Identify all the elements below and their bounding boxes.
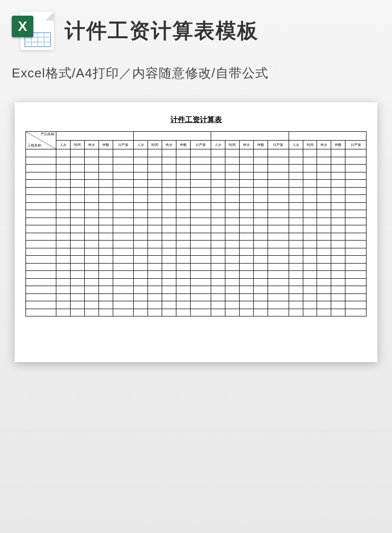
data-cell (331, 149, 345, 157)
table-row (26, 241, 367, 248)
table-row (26, 301, 367, 309)
data-cell (162, 248, 176, 256)
data-cell (331, 293, 345, 301)
data-cell (240, 286, 254, 294)
data-cell (113, 195, 133, 203)
data-cell (289, 309, 303, 316)
data-cell (98, 271, 113, 279)
table-row (26, 157, 367, 165)
process-name-cell (26, 187, 56, 195)
data-cell (345, 241, 367, 248)
data-cell (98, 263, 113, 271)
data-cell (211, 248, 225, 256)
data-cell (254, 210, 268, 218)
column-header: 日产量 (190, 141, 211, 149)
data-cell (268, 195, 289, 203)
table-row (26, 248, 367, 256)
data-cell (70, 241, 84, 248)
data-cell (176, 195, 191, 203)
data-cell (345, 301, 367, 309)
product-group-header (211, 132, 289, 141)
data-cell (268, 225, 289, 233)
data-cell (289, 149, 303, 157)
data-cell (84, 210, 98, 218)
data-cell (176, 180, 191, 188)
data-cell (56, 218, 71, 225)
table-row (26, 180, 367, 188)
data-cell (289, 187, 303, 195)
data-cell (190, 286, 211, 294)
data-cell (225, 172, 240, 180)
data-cell (317, 256, 331, 264)
data-cell (345, 271, 367, 279)
data-cell (331, 165, 345, 172)
data-cell (345, 180, 367, 188)
table-row (26, 309, 367, 316)
data-cell (345, 210, 367, 218)
data-cell (225, 301, 240, 309)
data-cell (190, 218, 211, 225)
data-cell (162, 202, 176, 210)
data-cell (225, 195, 240, 203)
data-cell (84, 157, 98, 165)
data-cell (70, 218, 84, 225)
data-cell (331, 202, 345, 210)
data-cell (317, 165, 331, 172)
data-cell (148, 241, 162, 248)
data-cell (240, 157, 254, 165)
data-cell (84, 149, 98, 157)
data-cell (190, 293, 211, 301)
data-cell (268, 165, 289, 172)
data-cell (162, 180, 176, 188)
data-cell (134, 210, 148, 218)
data-cell (240, 195, 254, 203)
data-cell (113, 157, 133, 165)
excel-x-badge: X (12, 16, 33, 37)
data-cell (317, 149, 331, 157)
data-cell (190, 301, 211, 309)
data-cell (254, 157, 268, 165)
data-cell (70, 195, 84, 203)
data-cell (225, 180, 240, 188)
data-cell (254, 225, 268, 233)
data-cell (134, 263, 148, 271)
data-cell (254, 187, 268, 195)
process-name-cell (26, 225, 56, 233)
data-cell (190, 180, 211, 188)
data-cell (84, 225, 98, 233)
data-cell (289, 210, 303, 218)
data-cell (303, 202, 317, 210)
column-header: 件数 (98, 141, 113, 149)
data-cell (211, 256, 225, 264)
data-cell (254, 195, 268, 203)
data-cell (211, 218, 225, 225)
data-cell (254, 233, 268, 241)
data-cell (113, 202, 133, 210)
data-cell (317, 157, 331, 165)
data-cell (345, 278, 367, 286)
data-cell (331, 233, 345, 241)
process-name-cell (26, 210, 56, 218)
data-cell (84, 301, 98, 309)
process-name-cell (26, 241, 56, 248)
data-cell (211, 271, 225, 279)
data-cell (56, 286, 71, 294)
data-cell (176, 172, 191, 180)
data-cell (84, 233, 98, 241)
data-cell (190, 263, 211, 271)
data-cell (254, 241, 268, 248)
data-cell (56, 149, 71, 157)
data-cell (240, 293, 254, 301)
data-cell (289, 256, 303, 264)
table-row (26, 195, 367, 203)
data-cell (317, 293, 331, 301)
process-name-cell (26, 218, 56, 225)
data-cell (345, 256, 367, 264)
data-cell (148, 165, 162, 172)
data-cell (148, 225, 162, 233)
data-cell (289, 271, 303, 279)
data-cell (331, 263, 345, 271)
data-cell (70, 286, 84, 294)
page-title: 计件工资计算表模板 (65, 17, 259, 45)
data-cell (225, 210, 240, 218)
